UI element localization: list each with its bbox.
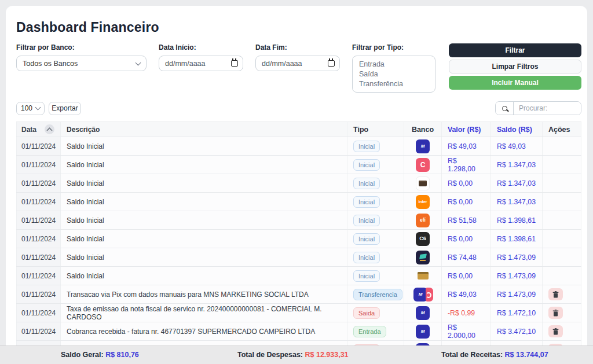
bank-icon: M — [416, 139, 430, 153]
type-option-saida[interactable]: Saída — [353, 69, 435, 79]
cell-value: R$ 51,58 — [442, 211, 491, 229]
filter-button[interactable]: Filtrar — [449, 43, 581, 57]
page-title: Dashboard Financeiro — [16, 20, 581, 35]
cell-date: 01/11/2024 — [16, 267, 61, 285]
table-row: 01/11/2024 Cobranca recebida - fatura nr… — [16, 322, 581, 341]
cell-type: Saida — [347, 304, 404, 322]
cell-description: Saldo Inicial — [61, 267, 347, 285]
page-size-value: 100 — [21, 104, 32, 112]
transactions-table: Data Descrição Tipo Banco Valor (R$) Sal… — [16, 122, 581, 359]
column-header-acoes[interactable]: Ações — [543, 122, 581, 137]
cell-balance: R$ 1.473,09 — [491, 285, 543, 303]
cell-description: Cobranca recebida - fatura nr. 467701397… — [61, 322, 347, 340]
cell-actions — [543, 156, 581, 174]
cell-type: Transferencia — [347, 285, 404, 303]
bank-filter-label: Filtrar por Banco: — [16, 43, 147, 52]
type-option-transferencia[interactable]: Transferência — [353, 79, 435, 89]
type-badge: Entrada — [353, 326, 386, 337]
cell-type: Inicial — [347, 230, 404, 248]
column-header-data[interactable]: Data — [16, 122, 61, 137]
search-input[interactable] — [514, 102, 581, 115]
type-badge: Saida — [353, 307, 380, 319]
cell-actions — [543, 248, 581, 266]
export-button[interactable]: Exportar — [49, 102, 81, 115]
cell-balance: R$ 1.347,03 — [491, 174, 543, 192]
summary-footer: Saldo Geral: R$ 810,76 Total de Despesas… — [0, 345, 593, 364]
cell-value: R$ 0,00 — [442, 174, 491, 192]
bank-icon — [416, 177, 430, 190]
clear-filters-button[interactable]: Limpar Filtros — [449, 60, 581, 73]
main-card: Dashboard Financeiro Filtrar por Banco: … — [6, 6, 587, 364]
cell-bank: M — [404, 304, 442, 322]
cell-value: R$ 2.000,00 — [442, 322, 491, 340]
sort-asc-icon[interactable] — [45, 124, 54, 134]
delete-button[interactable] — [548, 307, 563, 319]
type-option-entrada[interactable]: Entrada — [353, 60, 435, 69]
cell-type: Inicial — [347, 193, 404, 211]
table-header-row: Data Descrição Tipo Banco Valor (R$) Sal… — [16, 122, 581, 137]
cell-value: R$ 49,03 — [442, 285, 491, 303]
cell-actions — [543, 174, 581, 192]
page-size-select[interactable]: 100 — [16, 102, 45, 115]
saldo-geral-value: R$ 810,76 — [105, 351, 139, 359]
cell-date: 01/11/2024 — [16, 137, 61, 155]
date-start-group: Data Início: — [159, 43, 243, 71]
bank-select-value: Todos os Bancos — [23, 60, 78, 68]
cell-actions — [543, 211, 581, 229]
table-row: 01/11/2024 Taxa de emissao da nota fisca… — [16, 304, 581, 322]
action-buttons: Filtrar Limpar Filtros Incluir Manual — [449, 43, 581, 90]
table-row: 01/11/2024 Saldo Inicial Inicial C R$ 1.… — [16, 156, 581, 174]
delete-button[interactable] — [548, 325, 563, 337]
cell-bank — [404, 248, 442, 266]
cell-balance: R$ 49,03 — [491, 137, 543, 155]
search-button[interactable] — [496, 102, 514, 115]
cell-description: Taxa de emissao da nota fiscal de servic… — [61, 304, 347, 322]
cell-value: R$ 49,03 — [442, 137, 491, 155]
cell-actions — [543, 230, 581, 248]
column-header-saldo[interactable]: Saldo (R$) — [491, 122, 543, 137]
cell-type: Inicial — [347, 211, 404, 229]
type-badge: Inicial — [353, 233, 380, 245]
cell-date: 01/11/2024 — [16, 230, 61, 248]
table-row: 01/11/2024 Saldo Inicial Inicial M R$ 49… — [16, 137, 581, 156]
cell-actions — [543, 322, 581, 340]
cell-bank — [404, 174, 442, 192]
cell-date: 01/11/2024 — [16, 193, 61, 211]
search-icon — [502, 106, 507, 111]
chevron-down-icon — [35, 105, 41, 111]
cell-bank: C6 — [404, 230, 442, 248]
cell-type: Inicial — [347, 248, 404, 266]
cell-balance: R$ 1.347,03 — [491, 193, 543, 211]
type-badge: Inicial — [353, 141, 380, 152]
cell-value: R$ 0,00 — [442, 193, 491, 211]
type-badge: Inicial — [353, 252, 380, 263]
column-header-descricao[interactable]: Descrição — [61, 122, 347, 137]
type-badge: Inicial — [353, 196, 380, 208]
table-row: 01/11/2024 Saldo Inicial Inicial R$ 74,4… — [16, 248, 581, 267]
delete-button[interactable] — [548, 288, 563, 300]
bank-icon: C — [416, 158, 430, 172]
cell-balance: R$ 1.472,10 — [491, 304, 543, 322]
total-despesas: Total de Despesas: R$ 12.933,31 — [237, 351, 349, 359]
type-multiselect[interactable]: Entrada Saída Transferência — [352, 56, 435, 93]
include-manual-button[interactable]: Incluir Manual — [449, 76, 581, 90]
bank-select[interactable]: Todos os Bancos — [16, 56, 147, 71]
column-header-banco[interactable]: Banco — [404, 122, 442, 137]
trash-icon — [552, 328, 559, 335]
cell-type: Inicial — [347, 174, 404, 192]
column-header-tipo[interactable]: Tipo — [347, 122, 404, 137]
cell-value: -R$ 0,99 — [442, 304, 491, 322]
cell-date: 01/11/2024 — [16, 285, 61, 303]
total-receitas: Total de Receitas: R$ 13.744,07 — [441, 351, 548, 359]
trash-icon — [552, 310, 559, 317]
column-header-valor[interactable]: Valor (R$) — [442, 122, 491, 137]
calendar-icon[interactable] — [328, 60, 335, 67]
calendar-icon[interactable] — [231, 60, 238, 67]
cell-balance: R$ 1.398,61 — [491, 230, 543, 248]
saldo-geral: Saldo Geral: R$ 810,76 — [61, 351, 139, 359]
bank-icon: efí — [416, 214, 430, 227]
date-end-group: Data Fim: — [255, 43, 340, 71]
table-toolbar: 100 Exportar — [16, 101, 581, 115]
cell-description: Saldo Inicial — [61, 211, 347, 229]
cell-value: R$ 0,00 — [442, 267, 491, 285]
